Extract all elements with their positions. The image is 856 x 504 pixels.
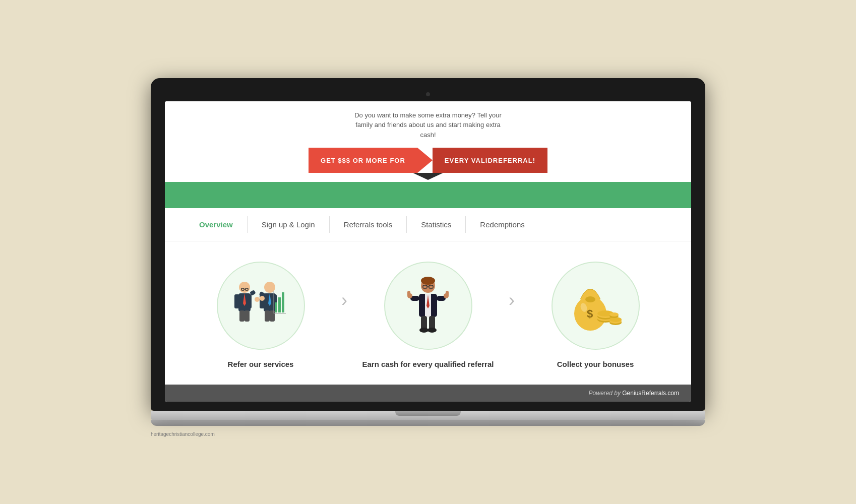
tab-signup[interactable]: Sign up & Login (248, 216, 330, 233)
step-earn-icon (384, 262, 472, 350)
svg-point-43 (427, 328, 437, 333)
cta-arrow-decoration (417, 148, 433, 173)
arrow-1: › (341, 290, 347, 311)
arrow-2: › (509, 290, 515, 311)
step-refer: Refer our services (190, 262, 331, 369)
tab-statistics[interactable]: Statistics (407, 216, 466, 233)
svg-rect-36 (407, 291, 410, 296)
top-section: Do you want to make some extra money? Te… (165, 101, 691, 173)
laptop-screen: Do you want to make some extra money? Te… (165, 101, 691, 402)
svg-point-0 (239, 282, 250, 293)
step-earn-label: Earn cash for every qualified referral (362, 359, 494, 369)
steps-section: Refer our services › (165, 241, 691, 385)
svg-point-42 (419, 328, 429, 333)
tab-overview[interactable]: Overview (185, 216, 248, 233)
cta-left-button[interactable]: GET $$$ OR MORE FOR (309, 148, 417, 173)
svg-rect-21 (282, 292, 284, 312)
website-label: heritagechristiancollege.com (151, 431, 215, 437)
green-bar (165, 182, 691, 208)
screen-content: Do you want to make some extra money? Te… (165, 101, 691, 402)
svg-rect-19 (275, 302, 277, 312)
screen-footer: Powered by GeniusReferrals.com (165, 385, 691, 402)
svg-rect-3 (247, 294, 252, 308)
cta-row: GET $$$ OR MORE FOR EVERY VALID REFERRAL… (175, 148, 681, 173)
svg-point-45 (585, 296, 595, 302)
svg-rect-2 (234, 294, 239, 308)
step-earn: Earn cash for every qualified referral (357, 262, 499, 369)
footer-brand: GeniusReferrals.com (622, 390, 679, 397)
step-refer-label: Refer our services (228, 359, 294, 369)
step-collect-label: Collect your bonuses (557, 359, 634, 369)
laptop-container: Do you want to make some extra money? Te… (151, 78, 705, 426)
svg-rect-4 (239, 310, 244, 322)
laptop-bezel: Do you want to make some extra money? Te… (151, 78, 705, 411)
svg-rect-15 (265, 310, 270, 322)
svg-rect-20 (278, 297, 281, 312)
svg-rect-39 (446, 291, 449, 296)
step-collect: $ (525, 262, 666, 369)
svg-point-27 (421, 277, 435, 285)
svg-text:$: $ (587, 307, 593, 320)
tab-referrals[interactable]: Referrals tools (330, 216, 407, 233)
laptop-notch (395, 411, 461, 416)
laptop-camera (426, 92, 430, 96)
laptop-base (151, 411, 705, 420)
cta-right-button[interactable]: EVERY VALID REFERRAL! (433, 148, 547, 173)
step-refer-icon (217, 262, 305, 350)
tab-redemptions[interactable]: Redemptions (466, 216, 538, 233)
description-text: Do you want to make some extra money? Te… (175, 110, 681, 140)
svg-point-25 (260, 296, 265, 301)
step-collect-icon: $ (552, 262, 640, 350)
triangle-decoration (413, 173, 443, 180)
svg-point-57 (609, 312, 619, 317)
laptop-foot (151, 420, 705, 426)
footer-powered-text: Powered by (589, 390, 621, 397)
navigation-tabs: Overview Sign up & Login Referrals tools… (165, 208, 691, 241)
svg-rect-5 (244, 310, 250, 322)
svg-point-24 (255, 297, 260, 302)
